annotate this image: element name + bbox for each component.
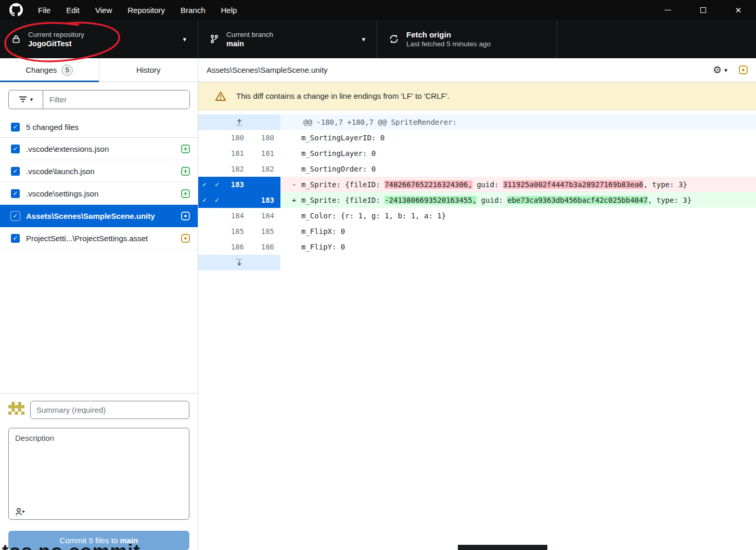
toolbar-empty-area bbox=[557, 20, 756, 58]
diff-line-select-strip[interactable] bbox=[198, 208, 211, 224]
file-checkbox[interactable]: ✓ bbox=[11, 212, 20, 220]
tab-history-label: History bbox=[136, 66, 161, 74]
chevron-down-icon: ▾ bbox=[362, 35, 365, 43]
diff-new-line-number bbox=[250, 177, 280, 192]
file-checkbox[interactable]: ✓ bbox=[11, 234, 20, 243]
file-row[interactable]: ✓ .vscode\launch.json bbox=[0, 160, 198, 182]
sync-icon bbox=[389, 34, 399, 44]
line-endings-warning-banner: This diff contains a change in line endi… bbox=[198, 82, 756, 110]
diff-line-row[interactable]: 185 185 m_FlipX: 0 bbox=[198, 224, 756, 239]
diff-line-select-strip[interactable] bbox=[198, 239, 211, 255]
file-name: .vscode\extensions.json bbox=[26, 145, 175, 153]
diff-line-content: +m_Sprite: {fileID: -2413806693520163455… bbox=[280, 192, 756, 208]
close-button[interactable]: ✕ bbox=[721, 0, 756, 20]
diff-old-line-number: 181 bbox=[211, 146, 250, 161]
diff-file-title: Assets\Scenes\SampleScene.unity bbox=[207, 66, 328, 74]
current-branch-button[interactable]: Current branch main ▾ bbox=[198, 20, 377, 58]
current-repository-button[interactable]: Current repository JogoGitTest ▾ bbox=[0, 20, 198, 58]
diff-old-line-number: 182 bbox=[211, 161, 250, 177]
expand-row-bottom bbox=[198, 255, 756, 270]
menu-item-edit[interactable]: Edit bbox=[58, 0, 87, 20]
close-icon: ✕ bbox=[735, 6, 742, 14]
current-branch-label: Current branch bbox=[226, 31, 273, 38]
warning-text: This diff contains a change in line endi… bbox=[236, 91, 450, 100]
diff-line-select-strip[interactable] bbox=[198, 161, 211, 177]
hunk-header-text: @@ -180,7 +180,7 @@ SpriteRenderer: bbox=[280, 114, 756, 130]
current-repository-label: Current repository bbox=[28, 31, 84, 38]
filter-options-button[interactable]: ▾ bbox=[9, 90, 43, 109]
expand-hunk-up-button[interactable] bbox=[198, 114, 280, 130]
diff-new-line-number: 181 bbox=[250, 146, 280, 161]
diff-line-select-strip[interactable] bbox=[198, 130, 211, 146]
menu-item-repository[interactable]: Repository bbox=[120, 0, 173, 20]
diff-line-row[interactable]: 180 180 m_SortingLayerID: 0 bbox=[198, 130, 756, 146]
file-checkbox[interactable]: ✓ bbox=[11, 167, 20, 176]
fetch-origin-button[interactable]: Fetch origin Last fetched 5 minutes ago bbox=[377, 20, 557, 58]
diff-old-line-number: 186 bbox=[211, 239, 250, 255]
menu-item-help[interactable]: Help bbox=[213, 0, 245, 20]
minimize-icon bbox=[664, 10, 671, 10]
current-branch-value: main bbox=[226, 40, 273, 48]
file-row[interactable]: ✓ .vscode\settings.json bbox=[0, 182, 198, 205]
diff-line-select-strip[interactable]: ✓ bbox=[198, 177, 211, 192]
diff-line-select-strip[interactable] bbox=[198, 224, 211, 239]
diff-line-select-strip[interactable]: ✓ bbox=[198, 192, 211, 208]
menu-item-branch[interactable]: Branch bbox=[173, 0, 213, 20]
file-name: .vscode\settings.json bbox=[26, 189, 175, 198]
diff-line-row[interactable]: 182 182 m_SortingOrder: 0 bbox=[198, 161, 756, 177]
expand-up-icon bbox=[235, 117, 244, 127]
diff-old-line-number: 185 bbox=[211, 224, 250, 239]
file-row[interactable]: ✓ .vscode\extensions.json bbox=[0, 138, 198, 160]
github-octocat-logo-icon bbox=[9, 3, 23, 17]
commit-description-input[interactable] bbox=[8, 428, 189, 520]
diff-line-row[interactable]: ✓ ✓ 183 +m_Sprite: {fileID: -24138066935… bbox=[198, 192, 756, 208]
tab-history[interactable]: History bbox=[99, 58, 198, 82]
filter-control: ▾ bbox=[8, 90, 190, 109]
diff-line-content: m_SortingLayer: 0 bbox=[280, 146, 756, 161]
diff-line-content: m_Color: {r: 1, g: 1, b: 1, a: 1} bbox=[280, 208, 756, 224]
file-status-icon bbox=[181, 189, 190, 198]
diff-panel: Assets\Scenes\SampleScene.unity ⚙ ▾ bbox=[198, 58, 756, 550]
diff-old-line-number: 180 bbox=[211, 130, 250, 146]
diff-line-row[interactable]: 181 181 m_SortingLayer: 0 bbox=[198, 146, 756, 161]
diff-lines: 180 180 m_SortingLayerID: 0 181 181 m_So… bbox=[198, 130, 756, 255]
file-status-icon bbox=[181, 145, 190, 153]
diff-view: @@ -180,7 +180,7 @@ SpriteRenderer: 180 … bbox=[198, 114, 756, 550]
diff-line-row[interactable]: 184 184 m_Color: {r: 1, g: 1, b: 1, a: 1… bbox=[198, 208, 756, 224]
file-checkbox[interactable]: ✓ bbox=[11, 145, 20, 153]
current-repository-value: JogoGitTest bbox=[28, 40, 84, 48]
diff-old-line-number: ✓ bbox=[211, 192, 250, 208]
diff-line-content: m_SortingOrder: 0 bbox=[280, 161, 756, 177]
file-row[interactable]: ✓ Assets\Scenes\SampleScene.unity bbox=[0, 205, 198, 227]
diff-new-line-number: 185 bbox=[250, 224, 280, 239]
menu-item-file[interactable]: File bbox=[30, 0, 58, 20]
background-black-bar bbox=[458, 545, 547, 550]
diff-new-line-number: 180 bbox=[250, 130, 280, 146]
file-row[interactable]: ✓ ProjectSetti...\ProjectSettings.asset bbox=[0, 227, 198, 250]
diff-line-row[interactable]: 186 186 m_FlipY: 0 bbox=[198, 239, 756, 255]
hunk-header-row: @@ -180,7 +180,7 @@ SpriteRenderer: bbox=[198, 114, 756, 130]
diff-new-line-number: 184 bbox=[250, 208, 280, 224]
maximize-button[interactable] bbox=[685, 0, 721, 20]
minimize-button[interactable] bbox=[650, 0, 685, 20]
diff-line-select-strip[interactable] bbox=[198, 146, 211, 161]
file-status-icon bbox=[181, 212, 190, 220]
menu-item-view[interactable]: View bbox=[87, 0, 120, 20]
warning-icon bbox=[215, 91, 226, 101]
sidebar-tabs: Changes 5 History bbox=[0, 58, 198, 82]
window-controls: ✕ bbox=[650, 0, 756, 20]
diff-line-content: m_SortingLayerID: 0 bbox=[280, 130, 756, 146]
select-all-checkbox[interactable]: ✓ bbox=[11, 123, 20, 132]
title-bar: File Edit View Repository Branch Help ✕ bbox=[0, 0, 756, 20]
add-co-author-button[interactable] bbox=[15, 507, 25, 516]
file-checkbox[interactable]: ✓ bbox=[11, 189, 20, 198]
filter-input[interactable] bbox=[43, 90, 189, 109]
tab-changes[interactable]: Changes 5 bbox=[0, 58, 99, 82]
modified-status-icon bbox=[739, 66, 748, 74]
diff-line-row[interactable]: ✓ ✓183 -m_Sprite: {fileID: 7482667652216… bbox=[198, 177, 756, 192]
diff-options-button[interactable]: ⚙ ▾ bbox=[713, 65, 727, 75]
expand-hunk-down-button[interactable] bbox=[198, 255, 280, 270]
menu-bar: File Edit View Repository Branch Help bbox=[30, 0, 245, 20]
person-plus-icon bbox=[15, 507, 25, 516]
commit-summary-input[interactable] bbox=[30, 401, 189, 419]
